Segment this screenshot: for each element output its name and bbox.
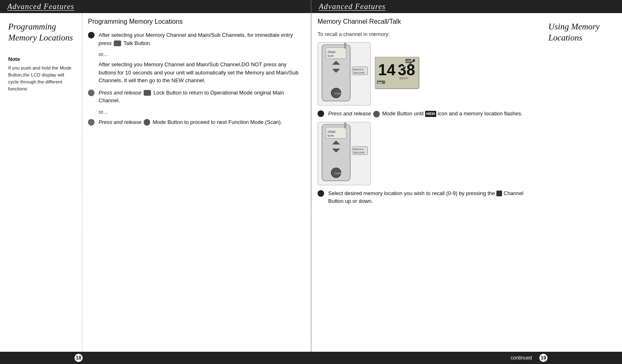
bullet-text-4: Press and release Mode Button to proceed… — [99, 118, 282, 126]
svg-text:■■■: ■■■ — [378, 81, 382, 84]
bullet-icon-r1 — [318, 110, 324, 117]
bullet-item-r1: Press and release Mode Button until MEM … — [318, 110, 532, 118]
svg-text:BEEP: BEEP — [399, 76, 408, 80]
bullet-text-1: After selecting your Memory Channel and … — [99, 31, 302, 47]
or-text-2: or... — [99, 109, 302, 115]
page-num-left: 18 — [74, 353, 83, 363]
right-sidebar: Using Memory Locations — [540, 13, 622, 352]
svg-text:📡: 📡 — [403, 63, 408, 68]
svg-text:RELEASE: RELEASE — [354, 72, 365, 74]
header-title-right: Advanced Features — [319, 2, 386, 11]
header: Advanced Features Advanced Features — [0, 0, 622, 13]
talk-button-icon — [114, 40, 121, 46]
bullet-text-r1: Press and release Mode Button until MEM … — [328, 110, 523, 118]
svg-text:tune: tune — [328, 133, 334, 137]
lcd-display-1: 14 38 MEM 8 📡 BEEP ■■■ — [375, 57, 420, 91]
svg-rect-35 — [344, 122, 346, 128]
left-section-title: Programming Memory Locations — [88, 18, 302, 25]
mode-button-icon-r1 — [373, 111, 380, 117]
bullet-text-2: After selecting you Memory Channel and M… — [99, 61, 302, 85]
header-left: Advanced Features — [0, 0, 311, 13]
bullet-text-3: Press and release Lock Button to return … — [99, 89, 302, 105]
svg-text:PRESS &: PRESS & — [353, 68, 364, 71]
or-text-1: or... — [99, 51, 302, 57]
header-right: Advanced Features — [311, 0, 622, 13]
bullet-icon-r2 — [318, 190, 324, 197]
bullet-icon-1 — [88, 32, 95, 38]
bullet-icon-3 — [88, 90, 95, 96]
right-content: Memory Channel Recall/Talk To recall a c… — [311, 13, 540, 352]
right-page: Memory Channel Recall/Talk To recall a c… — [311, 13, 622, 352]
svg-text:chan: chan — [328, 50, 336, 54]
note-label: Note — [8, 56, 76, 62]
bullet-item-1: After selecting your Memory Channel and … — [88, 31, 302, 47]
main-content: Programming Memory Locations Note If you… — [0, 13, 622, 352]
mem-badge: MEM — [425, 111, 436, 117]
bullet-text-r2: Select desired memory location you wish … — [328, 189, 532, 205]
svg-text:mode: mode — [334, 172, 341, 175]
footer: 18 19 continued — [0, 352, 622, 364]
header-title-left: Advanced Features — [7, 2, 74, 11]
page-num-right: 19 — [539, 353, 548, 363]
page-wrapper: Advanced Features Advanced Features Prog… — [0, 0, 622, 364]
bullet-item-r2: Select desired memory location you wish … — [318, 189, 532, 205]
lock-button-icon — [144, 90, 151, 96]
device-container-2: chan tune mode PRESS & RELEASE — [318, 122, 532, 185]
left-content: Programming Memory Locations After selec… — [82, 13, 311, 352]
device-container-1: chan tune mode PRESS & R — [318, 42, 532, 106]
right-section-title: Memory Channel Recall/Talk — [318, 18, 532, 25]
left-sidebar: Programming Memory Locations Note If you… — [0, 13, 82, 352]
svg-text:RELEASE: RELEASE — [354, 151, 365, 154]
bullet-icon-4 — [88, 119, 95, 126]
left-page: Programming Memory Locations Note If you… — [0, 13, 311, 352]
channel-button-icon — [496, 191, 502, 196]
device-image-2: chan tune mode PRESS & RELEASE — [318, 122, 371, 185]
svg-text:mode: mode — [334, 92, 341, 95]
svg-text:chan: chan — [328, 129, 336, 133]
left-sidebar-title: Programming Memory Locations — [8, 21, 76, 44]
mode-button-icon — [144, 119, 150, 126]
device-image-1: chan tune mode PRESS & R — [318, 42, 371, 106]
svg-text:14: 14 — [378, 61, 395, 79]
bullet-item-3: Press and release Lock Button to return … — [88, 89, 302, 105]
continued-text: continued — [511, 355, 532, 361]
note-text: If you push and hold the Mode Button,the… — [8, 65, 76, 93]
svg-rect-11 — [344, 43, 346, 49]
svg-text:PRESS &: PRESS & — [353, 148, 364, 151]
bullet-item-4: Press and release Mode Button to proceed… — [88, 118, 302, 126]
right-subtitle: To recall a channel in memory: — [318, 31, 532, 37]
right-sidebar-title: Using Memory Locations — [548, 21, 616, 44]
svg-text:tune: tune — [328, 54, 334, 58]
